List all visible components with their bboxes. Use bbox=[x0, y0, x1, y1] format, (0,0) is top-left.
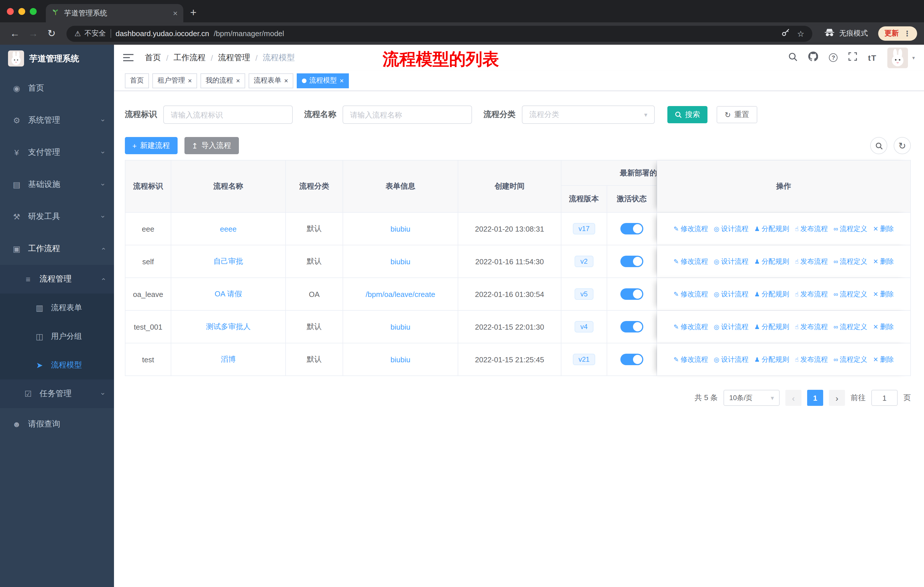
active-toggle[interactable] bbox=[620, 223, 643, 235]
active-toggle[interactable] bbox=[620, 321, 643, 332]
row-action-link[interactable]: ♟分配规则 bbox=[754, 224, 789, 233]
reset-button[interactable]: ↻ 重置 bbox=[717, 106, 757, 123]
sidebar-item-user-group[interactable]: ◫ 用户分组 bbox=[0, 322, 114, 351]
prev-page-button[interactable]: ‹ bbox=[785, 390, 802, 406]
user-avatar[interactable] bbox=[888, 47, 908, 68]
window-minimize-button[interactable] bbox=[18, 8, 25, 15]
process-name-link[interactable]: 自己审批 bbox=[213, 256, 243, 266]
row-action-link[interactable]: ✎修改流程 bbox=[674, 289, 708, 299]
fullscreen-icon[interactable] bbox=[849, 52, 857, 63]
row-action-link[interactable]: ☝发布流程 bbox=[795, 256, 828, 266]
form-info-link[interactable]: /bpm/oa/leave/create bbox=[366, 290, 436, 298]
row-action-link[interactable]: ◎设计流程 bbox=[714, 256, 748, 266]
form-info-link[interactable]: biubiu bbox=[390, 322, 410, 331]
row-action-link[interactable]: ∞流程定义 bbox=[833, 224, 867, 233]
row-action-link[interactable]: ∞流程定义 bbox=[833, 322, 867, 332]
breadcrumb-item[interactable]: 流程管理 bbox=[218, 53, 250, 63]
row-action-link[interactable]: ◎设计流程 bbox=[714, 289, 748, 299]
row-action-link[interactable]: ◎设计流程 bbox=[714, 322, 748, 332]
row-action-link[interactable]: ♟分配规则 bbox=[754, 355, 789, 364]
tab-close-icon[interactable]: × bbox=[173, 9, 178, 17]
tag-close-icon[interactable]: × bbox=[236, 77, 240, 84]
active-toggle[interactable] bbox=[620, 354, 643, 365]
update-button[interactable]: 更新 ⋮ bbox=[878, 26, 917, 41]
row-action-link[interactable]: ☝发布流程 bbox=[795, 289, 828, 299]
sidebar-item-system[interactable]: ⚙ 系统管理 › bbox=[0, 104, 114, 136]
sidebar-item-leave-query[interactable]: ☻ 请假查询 bbox=[0, 408, 114, 440]
reload-icon[interactable]: ↻ bbox=[43, 28, 59, 40]
row-action-link[interactable]: ✕删除 bbox=[873, 289, 894, 299]
forward-icon[interactable]: → bbox=[25, 28, 41, 39]
row-action-link[interactable]: ∞流程定义 bbox=[833, 289, 867, 299]
row-action-link[interactable]: ☝发布流程 bbox=[795, 224, 828, 233]
search-icon[interactable] bbox=[789, 52, 798, 63]
new-tab-button[interactable]: + bbox=[190, 7, 196, 18]
form-info-link[interactable]: biubiu bbox=[390, 225, 410, 233]
sidebar-item-payment[interactable]: ¥ 支付管理 › bbox=[0, 136, 114, 169]
sidebar-item-devtools[interactable]: ⚒ 研发工具 › bbox=[0, 201, 114, 233]
row-action-link[interactable]: ✕删除 bbox=[873, 322, 894, 332]
tag-tenant[interactable]: 租户管理 × bbox=[152, 73, 197, 88]
row-action-link[interactable]: ☝发布流程 bbox=[795, 322, 828, 332]
search-button[interactable]: 搜索 bbox=[667, 106, 708, 123]
security-indicator[interactable]: ⚠ 不安全 bbox=[74, 29, 106, 38]
row-action-link[interactable]: ✎修改流程 bbox=[674, 322, 708, 332]
key-icon[interactable] bbox=[782, 28, 790, 39]
address-bar[interactable]: ⚠ 不安全 dashboard.yudao.iocoder.cn/bpm/man… bbox=[66, 25, 812, 41]
sidebar-item-infra[interactable]: ▤ 基础设施 › bbox=[0, 169, 114, 201]
tag-close-icon[interactable]: × bbox=[188, 77, 192, 84]
browser-menu-icon[interactable]: ⋮ bbox=[903, 29, 911, 38]
breadcrumb-item[interactable]: 首页 bbox=[145, 53, 161, 63]
tag-close-icon[interactable]: × bbox=[284, 77, 288, 84]
sidebar-item-task-mgmt[interactable]: ☑ 任务管理 › bbox=[0, 379, 114, 408]
row-action-link[interactable]: ◎设计流程 bbox=[714, 224, 748, 233]
process-name-link[interactable]: 滔博 bbox=[221, 354, 236, 365]
create-process-button[interactable]: + 新建流程 bbox=[125, 137, 177, 154]
active-toggle[interactable] bbox=[620, 288, 643, 300]
toggle-search-button[interactable] bbox=[870, 137, 887, 154]
tag-process-form[interactable]: 流程表单 × bbox=[249, 73, 293, 88]
tag-process-model[interactable]: 流程模型 × bbox=[297, 73, 349, 88]
sidebar-item-home[interactable]: ◉ 首页 bbox=[0, 72, 114, 104]
sidebar-collapse-icon[interactable] bbox=[123, 53, 134, 62]
bookmark-star-icon[interactable]: ☆ bbox=[797, 29, 804, 38]
tag-home[interactable]: 首页 bbox=[125, 73, 149, 88]
process-name-link[interactable]: 测试多审批人 bbox=[206, 322, 251, 332]
process-key-input[interactable] bbox=[163, 106, 293, 124]
font-size-icon[interactable]: tT bbox=[868, 53, 877, 62]
row-action-link[interactable]: ☝发布流程 bbox=[795, 355, 828, 364]
category-select[interactable]: 流程分类 ▾ bbox=[522, 106, 655, 124]
refresh-table-button[interactable]: ↻ bbox=[894, 137, 911, 154]
row-action-link[interactable]: ✎修改流程 bbox=[674, 256, 708, 266]
row-action-link[interactable]: ◎设计流程 bbox=[714, 355, 748, 364]
window-zoom-button[interactable] bbox=[30, 8, 37, 15]
form-info-link[interactable]: biubiu bbox=[390, 257, 410, 266]
row-action-link[interactable]: ∞流程定义 bbox=[833, 256, 867, 266]
import-process-button[interactable]: ↥ 导入流程 bbox=[184, 137, 239, 154]
window-close-button[interactable] bbox=[7, 8, 14, 15]
row-action-link[interactable]: ♟分配规则 bbox=[754, 322, 789, 332]
row-action-link[interactable]: ✎修改流程 bbox=[674, 355, 708, 364]
row-action-link[interactable]: ✕删除 bbox=[873, 224, 894, 233]
form-info-link[interactable]: biubiu bbox=[390, 355, 410, 364]
tag-close-icon[interactable]: × bbox=[340, 77, 344, 84]
current-page-button[interactable]: 1 bbox=[807, 390, 823, 406]
github-icon[interactable] bbox=[808, 51, 818, 64]
sidebar-item-process-mgmt[interactable]: ≡ 流程管理 › bbox=[0, 265, 114, 293]
row-action-link[interactable]: ♟分配规则 bbox=[754, 289, 789, 299]
sidebar-item-process-form[interactable]: ▥ 流程表单 bbox=[0, 293, 114, 322]
help-icon[interactable]: ? bbox=[829, 53, 838, 62]
row-action-link[interactable]: ♟分配规则 bbox=[754, 256, 789, 266]
row-action-link[interactable]: ✕删除 bbox=[873, 256, 894, 266]
sidebar-item-process-model[interactable]: ➤ 流程模型 bbox=[0, 351, 114, 379]
next-page-button[interactable]: › bbox=[829, 390, 845, 406]
sidebar-logo[interactable]: 芋道管理系统 bbox=[0, 45, 114, 72]
browser-tab[interactable]: 芋道管理系统 × bbox=[46, 4, 183, 22]
active-toggle[interactable] bbox=[620, 256, 643, 267]
process-name-input[interactable] bbox=[343, 106, 472, 124]
back-icon[interactable]: ← bbox=[7, 28, 23, 39]
page-size-select[interactable]: 10条/页 ▾ bbox=[723, 390, 780, 406]
row-action-link[interactable]: ✎修改流程 bbox=[674, 224, 708, 233]
process-name-link[interactable]: OA 请假 bbox=[214, 289, 242, 299]
row-action-link[interactable]: ✕删除 bbox=[873, 355, 894, 364]
